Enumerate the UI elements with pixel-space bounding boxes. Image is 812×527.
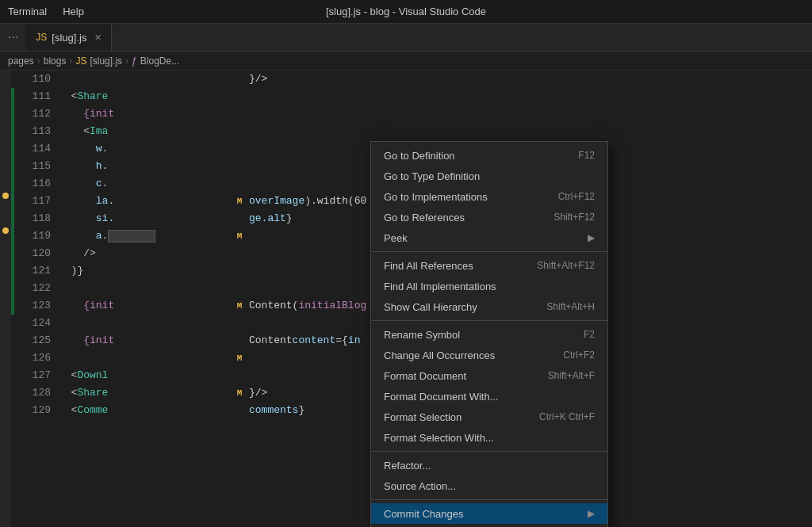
menu-item-peek[interactable]: Peek ▶ [371,227,607,248]
menu-item-change-all-occurrences[interactable]: Change All Occurrences Ctrl+F2 [371,345,607,365]
context-menu: Go to Definition F12 Go to Type Definiti… [370,141,608,527]
menu-item-format-selection-with[interactable]: Format Selection With... [371,427,607,448]
right-line-113 [249,123,812,140]
line-num-113: 113 [25,123,51,140]
line-num-128: 128 [25,384,51,402]
code-line-119: a. [59,227,233,245]
separator-3 [371,451,607,452]
diff-green-bar [11,88,14,315]
menu-item-find-all-implementations[interactable]: Find All Implementations [371,276,607,296]
main-area: 110 111 112 113 114 115 116 117 118 119 … [0,71,812,527]
marker-117: M [233,193,246,210]
code-line-129: <Comme [59,402,233,419]
right-line-112 [249,105,812,123]
code-line-125: {init [59,332,233,349]
right-line-110: } /> [249,71,812,88]
menu-item-format-document[interactable]: Format Document Shift+Alt+F [371,365,607,386]
line-num-112: 112 [25,105,51,123]
code-line-110 [59,71,233,88]
menu-item-commit-changes[interactable]: Commit Changes ▶ [371,503,607,524]
marker-119: M [233,227,246,245]
menu-label-find-all-implementations: Find All Implementations [384,281,595,292]
menu-label-go-to-implementations: Go to Implementations [384,191,558,203]
shortcut-format-document: Shift+Alt+F [548,370,595,381]
code-left[interactable]: <Share {init <Ima w. h. c. la. si. a. />… [59,71,233,527]
menu-item-source-action[interactable]: Source Action... [371,475,607,496]
code-line-114: w. [59,140,233,158]
separator-2 [371,320,607,321]
menu-label-change-all-occurrences: Change All Occurrences [384,349,563,361]
menu-label-format-document-with: Format Document With... [384,391,595,403]
line-num-124: 124 [25,315,51,332]
tab-more-button[interactable]: ··· [0,24,26,51]
code-line-126 [59,349,233,367]
menu-label-format-document: Format Document [384,370,548,382]
marker-128: M [233,384,246,402]
menu-label-refactor: Refactor... [384,460,595,472]
breadcrumb-pages[interactable]: pages [8,55,34,67]
menu-item-show-call-hierarchy[interactable]: Show Call Hierarchy Shift+Alt+H [371,296,607,317]
line-num-127: 127 [25,367,51,384]
shortcut-go-to-implementations: Ctrl+F12 [558,191,595,202]
menu-item-format-document-with[interactable]: Format Document With... [371,386,607,407]
line-num-122: 122 [25,280,51,297]
menu-label-format-selection-with: Format Selection With... [384,432,595,444]
code-line-112: {init [59,105,233,123]
code-line-124 [59,315,233,332]
code-line-115: h. [59,158,233,175]
line-num-116: 116 [25,175,51,193]
right-line-111 [249,88,812,105]
menu-item-go-to-type-definition[interactable]: Go to Type Definition [371,166,607,186]
code-line-122 [59,280,233,297]
menu-item-go-to-references[interactable]: Go to References Shift+F12 [371,207,607,227]
title-bar: Terminal Help [slug].js - blog - Visual … [0,0,812,24]
marker-123: M [233,297,246,315]
breadcrumb-blogs[interactable]: blogs [44,55,67,67]
line-num-119: 119 [25,227,51,245]
marker-126: M [233,349,246,367]
breadcrumb: pages › blogs › JS [slug].js › ƒ BlogDe.… [0,52,812,71]
shortcut-format-selection: Ctrl+K Ctrl+F [539,411,595,422]
menu-label-source-action: Source Action... [384,480,595,492]
tab-slug-js[interactable]: JS [slug].js ✕ [26,24,112,51]
shortcut-find-all-references: Shift+Alt+F12 [537,260,595,271]
menu-item-go-to-implementations[interactable]: Go to Implementations Ctrl+F12 [371,186,607,207]
menu-item-rename-symbol[interactable]: Rename Symbol F2 [371,324,607,345]
line-num-114: 114 [25,140,51,158]
breadcrumb-func[interactable]: BlogDe... [140,55,179,67]
menu-label-peek: Peek [384,232,588,244]
menu-help[interactable]: Help [55,2,92,21]
menu-item-go-to-definition[interactable]: Go to Definition F12 [371,145,607,166]
menu-item-format-selection[interactable]: Format Selection Ctrl+K Ctrl+F [371,407,607,427]
code-line-111: <Share [59,88,233,105]
menu-item-find-all-references[interactable]: Find All References Shift+Alt+F12 [371,255,607,276]
dot-indicator-1 [2,193,9,199]
commit-changes-arrow-icon: ▶ [588,508,595,519]
code-line-117: la. [59,193,233,210]
line-num-125: 125 [25,332,51,349]
tab-close-button[interactable]: ✕ [94,32,102,43]
line-num-115: 115 [25,158,51,175]
code-line-120: /> [59,245,233,262]
code-line-128: <Share [59,384,233,402]
menu-item-refactor[interactable]: Refactor... [371,455,607,475]
tab-bar: ··· JS [slug].js ✕ [0,24,812,52]
menu-label-find-all-references: Find All References [384,260,537,272]
breadcrumb-js-icon: JS [75,55,86,67]
breadcrumb-file[interactable]: [slug].js [90,55,122,67]
marker-column: M M M M M [233,71,246,527]
menu-terminal[interactable]: Terminal [0,2,55,21]
menu-bar[interactable]: Terminal Help [0,2,92,21]
line-num-111: 111 [25,88,51,105]
minimap-gutter [0,71,11,527]
shortcut-show-call-hierarchy: Shift+Alt+H [546,301,595,312]
diff-indicators [11,71,25,527]
tab-filename: [slug].js [52,32,86,44]
menu-label-show-call-hierarchy: Show Call Hierarchy [384,301,546,313]
code-line-113: <Ima [59,123,233,140]
menu-label-commit-changes: Commit Changes [384,508,588,520]
js-file-icon: JS [36,32,47,43]
code-line-121: )} [59,262,233,280]
menu-label-rename-symbol: Rename Symbol [384,329,584,341]
code-line-118: si. [59,210,233,227]
